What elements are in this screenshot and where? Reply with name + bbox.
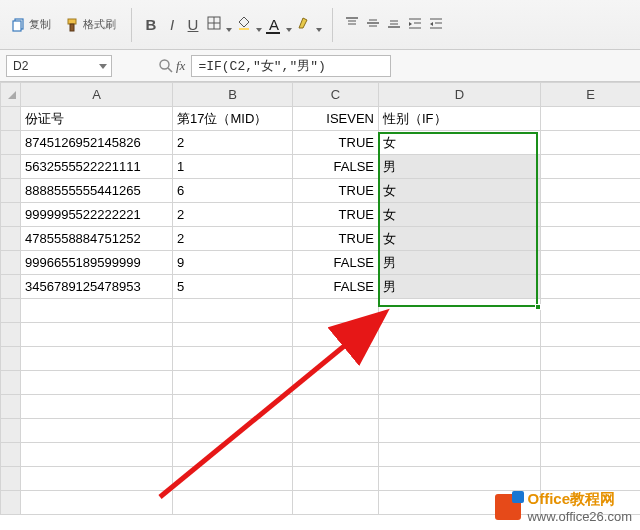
cell[interactable] [293,395,379,419]
cell[interactable]: 男 [379,155,541,179]
row-header[interactable] [1,227,21,251]
cell[interactable] [379,467,541,491]
cell[interactable] [541,251,641,275]
col-header-c[interactable]: C [293,83,379,107]
font-color-dropdown-icon[interactable] [286,22,292,28]
row-header[interactable] [1,491,21,515]
highlight-button[interactable] [295,16,313,33]
cell[interactable] [541,203,641,227]
cell[interactable]: ISEVEN [293,107,379,131]
cell[interactable] [21,491,173,515]
name-box-dropdown-icon[interactable] [99,62,107,70]
cell[interactable] [379,419,541,443]
cell[interactable]: FALSE [293,251,379,275]
cell[interactable]: 9 [173,251,293,275]
cell[interactable] [21,371,173,395]
cell[interactable]: 男 [379,251,541,275]
cell[interactable] [541,467,641,491]
cell[interactable] [21,467,173,491]
cell[interactable] [21,347,173,371]
cell[interactable] [541,275,641,299]
cell[interactable]: 第17位（MID） [173,107,293,131]
cell[interactable]: TRUE [293,179,379,203]
cell[interactable] [293,467,379,491]
cell[interactable] [541,155,641,179]
cell[interactable] [173,323,293,347]
cell[interactable]: TRUE [293,203,379,227]
cell[interactable] [379,443,541,467]
col-header-d[interactable]: D [379,83,541,107]
cell[interactable]: 8745126952145826 [21,131,173,155]
cell[interactable] [173,371,293,395]
cell[interactable] [541,347,641,371]
cell[interactable]: 8888555555441265 [21,179,173,203]
cell[interactable] [541,299,641,323]
fill-color-button[interactable] [235,16,253,33]
col-header-e[interactable]: E [541,83,641,107]
select-all-corner[interactable] [1,83,21,107]
cell[interactable] [541,323,641,347]
row-header[interactable] [1,371,21,395]
indent-button[interactable] [406,16,424,33]
row-header[interactable] [1,347,21,371]
cell[interactable]: 1 [173,155,293,179]
cell[interactable] [541,371,641,395]
row-header[interactable] [1,299,21,323]
row-header[interactable] [1,179,21,203]
cell[interactable] [21,395,173,419]
cell[interactable] [293,323,379,347]
cell[interactable] [541,395,641,419]
cell[interactable]: 性别（IF） [379,107,541,131]
cell[interactable] [541,419,641,443]
cell[interactable] [379,347,541,371]
cell[interactable] [173,347,293,371]
copy-button[interactable]: 复制 [6,13,56,37]
cell[interactable]: 女 [379,131,541,155]
row-header[interactable] [1,131,21,155]
cell[interactable] [173,419,293,443]
cell[interactable] [293,419,379,443]
row-header[interactable] [1,203,21,227]
align-middle-button[interactable] [364,16,382,33]
row-header[interactable] [1,275,21,299]
cell[interactable]: TRUE [293,227,379,251]
bold-button[interactable]: B [142,16,160,33]
cell[interactable] [173,443,293,467]
cell[interactable] [173,491,293,515]
underline-button[interactable]: U [184,16,202,33]
cell[interactable] [293,299,379,323]
cell[interactable] [541,227,641,251]
row-header[interactable] [1,467,21,491]
borders-dropdown-icon[interactable] [226,22,232,28]
cell[interactable]: FALSE [293,155,379,179]
cell[interactable] [21,323,173,347]
cell[interactable]: TRUE [293,131,379,155]
formula-input[interactable]: =IF(C2,"女","男") [191,55,391,77]
cell[interactable] [379,395,541,419]
cell[interactable] [21,443,173,467]
row-header[interactable] [1,395,21,419]
name-box[interactable]: D2 [6,55,112,77]
outdent-button[interactable] [427,16,445,33]
cell[interactable]: 3456789125478953 [21,275,173,299]
cell[interactable] [293,371,379,395]
cell[interactable] [379,323,541,347]
cell[interactable]: FALSE [293,275,379,299]
font-color-button[interactable]: A [265,16,283,33]
highlight-dropdown-icon[interactable] [316,22,322,28]
cell[interactable] [541,107,641,131]
fill-dropdown-icon[interactable] [256,22,262,28]
row-header[interactable] [1,443,21,467]
cell[interactable] [21,419,173,443]
row-header[interactable] [1,419,21,443]
col-header-a[interactable]: A [21,83,173,107]
format-painter-button[interactable]: 格式刷 [60,13,121,37]
cell[interactable] [293,443,379,467]
cell[interactable]: 5 [173,275,293,299]
search-icon[interactable] [158,58,174,74]
cell[interactable] [293,491,379,515]
cell[interactable]: 5632555522221111 [21,155,173,179]
cell[interactable] [173,299,293,323]
row-header[interactable] [1,251,21,275]
cell[interactable]: 4785558884751252 [21,227,173,251]
